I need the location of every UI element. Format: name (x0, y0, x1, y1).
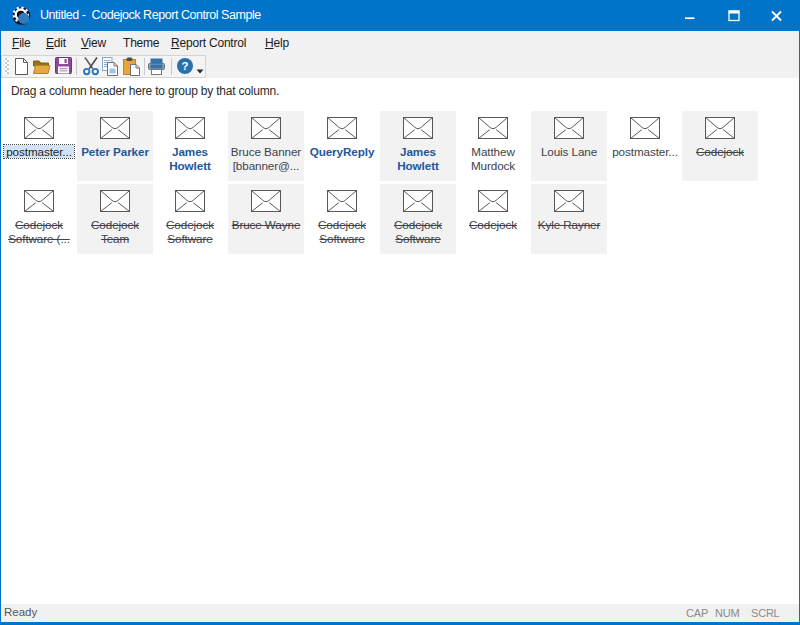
svg-text:?: ? (181, 60, 188, 72)
